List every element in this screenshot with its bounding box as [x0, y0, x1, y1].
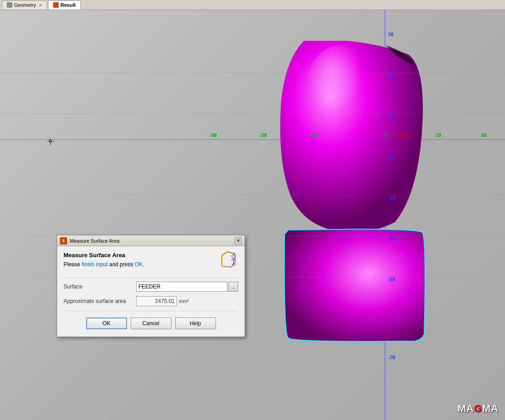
tab-bar: Geometry ✕ Result — [0, 0, 505, 10]
crosshair — [47, 138, 54, 145]
dialog-title-icon: 5 — [60, 237, 67, 244]
tab-result[interactable]: Result — [48, 0, 81, 10]
dialog-divider-1 — [64, 278, 238, 278]
surface-label: Surface — [64, 283, 136, 290]
axis-label-neg58: -58 — [388, 277, 395, 282]
dialog-message: Please finish input and press OK. — [64, 261, 214, 268]
dialog-body: Measure Surface Area Please finish input… — [57, 246, 245, 337]
x-axis-unit-label: X [mm] — [394, 132, 411, 138]
shape-bottom-body — [284, 225, 429, 342]
shape-bottom-svg — [284, 225, 429, 342]
help-button[interactable]: Help — [175, 317, 216, 329]
msg-period: . — [142, 261, 144, 268]
dialog-titlebar: 5 Measure Surface Area ✕ — [57, 235, 245, 246]
shape-top-svg — [277, 41, 427, 236]
tab-geometry[interactable]: Geometry ✕ — [2, 0, 47, 10]
area-label: Approximate surface area — [64, 298, 136, 304]
logo-mag: MA — [457, 403, 474, 414]
tab-geometry-label: Geometry — [14, 2, 36, 8]
crosshair-box — [49, 140, 52, 142]
magma-logo: MAGMA — [457, 403, 499, 415]
viewport: 78 58 39 19 -19 -39 -58 -78 -58 -39 -19 … — [0, 10, 505, 420]
msg-ok: OK — [135, 261, 142, 268]
dialog-heading: Measure Surface Area — [64, 252, 214, 259]
x-label-0: 0 — [385, 132, 387, 138]
axis-label-neg19: -19 — [388, 195, 395, 200]
dialog-measure-surface: 5 Measure Surface Area ✕ Measure Surface… — [57, 235, 245, 337]
msg-finish-input: finish input — [82, 261, 108, 268]
msg-please: Please — [64, 261, 82, 268]
measure-icon-svg — [218, 250, 238, 270]
logo-ma2: MA — [482, 403, 499, 414]
axis-label-19: 19 — [388, 154, 393, 160]
dialog-measure-icon — [218, 250, 238, 271]
x-label-39: 39 — [481, 132, 486, 138]
dialog-divider-2 — [64, 311, 238, 311]
x-label-neg19: -19 — [309, 132, 317, 138]
browse-button[interactable]: ... — [228, 282, 238, 292]
grid-h-neg19 — [0, 195, 505, 195]
axis-label-39: 39 — [388, 113, 393, 119]
axis-label-neg39: -39 — [388, 236, 395, 241]
result-icon — [53, 2, 59, 8]
svg-point-0 — [304, 45, 377, 145]
x-label-19: 19 — [436, 132, 441, 138]
dialog-title-text: Measure Surface Area — [70, 238, 235, 244]
area-unit: mm² — [179, 298, 189, 304]
scene-background — [0, 10, 505, 420]
tab-geometry-close[interactable]: ✕ — [39, 3, 42, 8]
area-row: Approximate surface area mm² — [64, 296, 238, 306]
msg-and-press: and press — [108, 261, 134, 268]
ok-button[interactable]: OK — [86, 317, 127, 329]
axis-label-58: 58 — [388, 73, 393, 78]
surface-row: Surface ... — [64, 282, 238, 292]
axis-label-neg78: -78 — [388, 355, 395, 360]
x-label-neg58: -58 — [210, 132, 217, 138]
grid-h-58 — [0, 73, 505, 73]
logo-g-red: G — [474, 403, 482, 414]
geometry-icon — [7, 2, 12, 8]
area-value-input — [136, 296, 177, 306]
surface-input[interactable] — [136, 282, 227, 292]
x-label-neg39: -39 — [260, 132, 267, 138]
dialog-buttons: OK Cancel Help — [64, 317, 238, 331]
dialog-close-button[interactable]: ✕ — [235, 237, 242, 244]
axis-label-78: 78 — [388, 32, 393, 37]
tab-result-label: Result — [60, 2, 76, 8]
shape-top-body — [277, 41, 427, 236]
cancel-button[interactable]: Cancel — [131, 317, 172, 329]
grid-h-39 — [0, 113, 505, 114]
